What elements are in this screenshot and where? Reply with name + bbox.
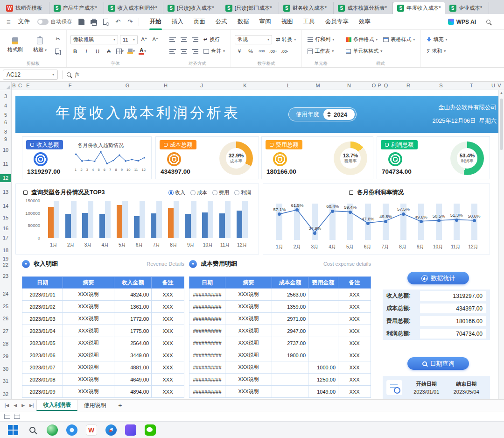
- cell[interactable]: 1049.00: [308, 386, 338, 398]
- cell[interactable]: XXX说明: [225, 386, 272, 398]
- column-header-O[interactable]: O: [372, 82, 376, 90]
- cell[interactable]: 2023/01/08: [22, 374, 63, 386]
- column-header-M[interactable]: M: [315, 82, 320, 90]
- cell[interactable]: ##########: [189, 386, 225, 398]
- currency-format-icon[interactable]: ¥: [235, 47, 244, 56]
- window-tab[interactable]: S年度收入成本*: [393, 2, 445, 14]
- column-header-L[interactable]: L: [287, 82, 290, 90]
- menu-tab[interactable]: 视图: [276, 14, 298, 30]
- column-headers[interactable]: BCEFGHJKLMNOPQRSTUV: [0, 82, 504, 90]
- column-header-F[interactable]: F: [69, 82, 72, 90]
- cell[interactable]: ##########: [189, 337, 225, 349]
- cell[interactable]: 2563.00: [272, 289, 308, 301]
- data-stats-button[interactable]: 数据统计: [407, 272, 469, 284]
- cell[interactable]: XXX说明: [225, 349, 272, 361]
- cell[interactable]: 4824.00: [114, 289, 152, 301]
- column-header-J[interactable]: J: [200, 82, 203, 90]
- cell[interactable]: XXX说明: [225, 325, 272, 337]
- cell[interactable]: 2564.00: [114, 337, 152, 349]
- add-sheet-button[interactable]: +: [116, 401, 124, 410]
- cell[interactable]: 2023/01/02: [22, 301, 63, 313]
- row-header-12[interactable]: 12: [0, 174, 11, 182]
- print-icon[interactable]: [88, 16, 99, 28]
- hamburger-menu-icon[interactable]: ≡: [4, 18, 14, 26]
- column-header-C[interactable]: C: [18, 82, 22, 90]
- column-header-G[interactable]: G: [126, 82, 130, 90]
- worksheet-button[interactable]: 工作表 ▾: [306, 47, 336, 56]
- cell[interactable]: XXX说明: [63, 325, 114, 337]
- row-header-27[interactable]: 27: [0, 327, 11, 335]
- column-header-K[interactable]: K: [243, 82, 246, 90]
- last-sheet-icon[interactable]: ▶|: [28, 403, 35, 408]
- first-sheet-icon[interactable]: |◀: [3, 403, 11, 408]
- row-header-25[interactable]: 25: [0, 303, 11, 311]
- align-middle-icon[interactable]: [179, 35, 189, 44]
- row-header-22[interactable]: 22: [0, 261, 11, 269]
- menu-tab[interactable]: 插入: [167, 14, 189, 30]
- cell[interactable]: XXX说明: [225, 289, 272, 301]
- cell[interactable]: XXX说明: [63, 337, 114, 349]
- menu-tab[interactable]: 会员专享: [320, 14, 354, 30]
- sum-button[interactable]: Σ 求和 ▾: [425, 47, 449, 56]
- decrease-font-size-icon[interactable]: A⁻: [151, 35, 160, 44]
- row-header-31[interactable]: 31: [0, 377, 11, 385]
- cell[interactable]: XXX说明: [225, 313, 272, 325]
- cell[interactable]: 2023/01/05: [22, 337, 63, 349]
- end-date-value[interactable]: 2023/05/04: [447, 389, 487, 395]
- menu-tab[interactable]: 审阅: [254, 14, 276, 30]
- cell[interactable]: XXX: [338, 361, 371, 374]
- row-header-16[interactable]: 16: [0, 225, 11, 233]
- autosave-toggle[interactable]: 自动保存: [35, 18, 75, 25]
- column-header[interactable]: 日期: [22, 276, 63, 289]
- cell[interactable]: [308, 325, 338, 337]
- row-header-15[interactable]: 15: [0, 214, 11, 222]
- collapse-icon[interactable]: ▼: [22, 260, 30, 268]
- cell[interactable]: XXX: [338, 289, 371, 301]
- collapse-icon[interactable]: ▼: [189, 260, 197, 268]
- table-style-button[interactable]: 表格样式 ▾: [381, 35, 417, 44]
- cell[interactable]: 2023/01/07: [22, 361, 63, 374]
- sheet-tab[interactable]: 收入利润表: [36, 400, 77, 411]
- bold-icon[interactable]: B: [70, 47, 80, 56]
- row-header-6[interactable]: 6: [0, 119, 11, 127]
- redo-icon[interactable]: ↷: [125, 16, 136, 28]
- sheet-tab[interactable]: 使用说明: [77, 400, 112, 411]
- row-headers[interactable]: 3456891011121314151617181922232425262728…: [0, 90, 12, 399]
- cut-icon[interactable]: ✂: [53, 35, 63, 44]
- fill-button[interactable]: 填充 ▾: [425, 35, 449, 44]
- cell[interactable]: XXX: [152, 386, 184, 398]
- grid-view-icon[interactable]: [14, 414, 20, 419]
- cell[interactable]: ##########: [189, 301, 225, 313]
- cell[interactable]: 4894.00: [114, 386, 152, 398]
- column-header-B[interactable]: B: [12, 82, 15, 90]
- cell-format-button[interactable]: 单元格格式 ▾: [344, 47, 384, 56]
- column-header-R[interactable]: R: [406, 82, 410, 90]
- align-bottom-icon[interactable]: [190, 35, 200, 44]
- row-header-18[interactable]: 18: [0, 247, 11, 254]
- save-icon[interactable]: [76, 16, 87, 28]
- row-header-23[interactable]: 23: [0, 272, 11, 280]
- cell[interactable]: XXX说明: [225, 301, 272, 313]
- cell[interactable]: 4649.00: [114, 374, 152, 386]
- row-header-8[interactable]: 8: [0, 128, 11, 136]
- row-header-5[interactable]: 5: [0, 111, 11, 119]
- vertical-scrollbar[interactable]: ▲: [498, 90, 504, 399]
- column-header[interactable]: 日期: [189, 276, 225, 289]
- cell[interactable]: 1775.00: [114, 325, 152, 337]
- cell[interactable]: XXX: [152, 337, 184, 349]
- green-browser-icon[interactable]: [46, 424, 58, 436]
- row-header-29[interactable]: 29: [0, 353, 11, 360]
- cell[interactable]: [308, 337, 338, 349]
- wechat-icon[interactable]: [144, 424, 156, 436]
- cell[interactable]: 2023/01/09: [22, 386, 63, 398]
- cell[interactable]: XXX说明: [63, 361, 114, 374]
- cell[interactable]: XXX说明: [63, 374, 114, 386]
- cell[interactable]: XXX: [338, 325, 371, 337]
- cell[interactable]: XXX说明: [63, 301, 114, 313]
- column-header-U[interactable]: U: [491, 82, 495, 90]
- cell[interactable]: XXX说明: [63, 289, 114, 301]
- menu-tab[interactable]: 页面: [189, 14, 210, 30]
- format-painter-button[interactable]: 格式刷: [4, 33, 27, 58]
- board-view-icon[interactable]: [4, 414, 10, 419]
- cell[interactable]: XXX: [152, 289, 184, 301]
